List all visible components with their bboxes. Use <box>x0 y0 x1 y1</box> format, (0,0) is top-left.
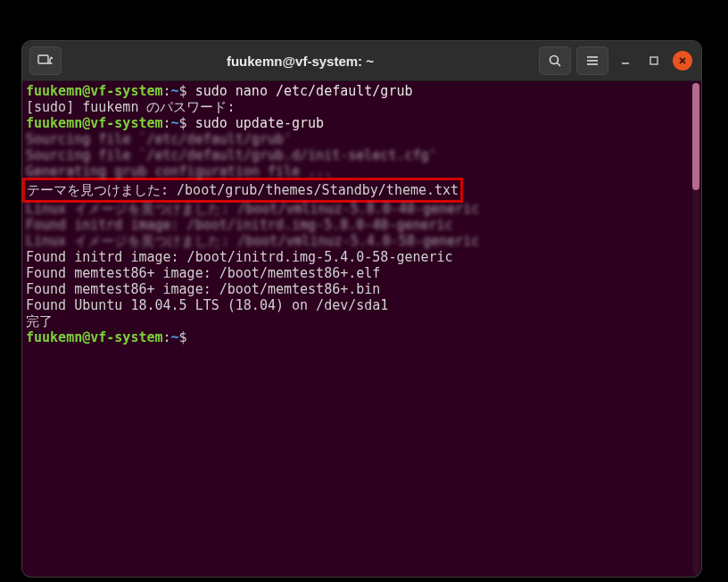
output-line: Linux イメージを見つけました: /boot/vmlinuz-5.4.0-5… <box>26 233 687 249</box>
new-tab-icon <box>37 54 54 67</box>
prompt-path: ~ <box>171 83 179 99</box>
search-icon <box>548 54 562 68</box>
menu-button[interactable] <box>576 46 608 75</box>
output-line: Found initrd image: /boot/initrd.img-5.4… <box>26 249 687 265</box>
highlight-annotation: テーマを見つけました: /boot/grub/themes/Standby/th… <box>22 178 463 203</box>
output-line: 完了 <box>26 313 687 329</box>
prompt-line: fuukemn@vf-system:~$ sudo nano /etc/defa… <box>26 83 687 99</box>
maximize-icon <box>649 55 659 66</box>
minimize-button[interactable] <box>614 49 637 72</box>
svg-rect-0 <box>38 55 48 63</box>
output-line: テーマを見つけました: /boot/grub/themes/Standby/th… <box>27 180 459 200</box>
terminal-window: fuukemn@vf-system: ~ <box>22 41 701 577</box>
scrollbar[interactable] <box>692 83 699 575</box>
close-icon <box>678 56 687 65</box>
output-line: Sourcing file `/etc/default/grub' <box>26 131 687 147</box>
window-title: fuukemn@vf-system: ~ <box>67 54 534 69</box>
output-line: Sourcing file `/etc/default/grub.d/init-… <box>26 147 687 163</box>
output-line: Linux イメージを見つけました: /boot/vmlinuz-5.8.0-4… <box>26 201 687 217</box>
command-text: sudo nano /etc/default/grub <box>195 83 413 99</box>
new-tab-button[interactable] <box>29 46 62 75</box>
svg-rect-7 <box>650 57 658 64</box>
output-line: Generating grub configuration file ... <box>26 163 687 179</box>
scrollbar-thumb[interactable] <box>692 83 699 190</box>
hamburger-icon <box>585 54 600 67</box>
minimize-icon <box>620 55 631 66</box>
output-line: Found memtest86+ image: /boot/memtest86+… <box>26 265 687 281</box>
prompt-line: fuukemn@vf-system:~$ sudo update-grub <box>26 115 687 131</box>
titlebar: fuukemn@vf-system: ~ <box>22 41 701 81</box>
command-text: sudo update-grub <box>195 115 325 131</box>
svg-point-1 <box>550 56 558 64</box>
terminal-body[interactable]: fuukemn@vf-system:~$ sudo nano /etc/defa… <box>22 81 701 577</box>
close-button[interactable] <box>671 49 694 72</box>
prompt-user: fuukemn@vf-system <box>26 83 163 99</box>
maximize-button[interactable] <box>642 49 666 72</box>
svg-line-2 <box>558 63 561 67</box>
search-button[interactable] <box>539 46 571 75</box>
output-line: Found memtest86+ image: /boot/memtest86+… <box>26 281 687 297</box>
output-line: [sudo] fuukemn のパスワード: <box>26 99 687 115</box>
output-line: Found Ubuntu 18.04.5 LTS (18.04) on /dev… <box>26 297 687 313</box>
output-line: Found initrd image: /boot/initrd.img-5.8… <box>26 217 687 233</box>
prompt-line: fuukemn@vf-system:~$ <box>26 329 687 345</box>
